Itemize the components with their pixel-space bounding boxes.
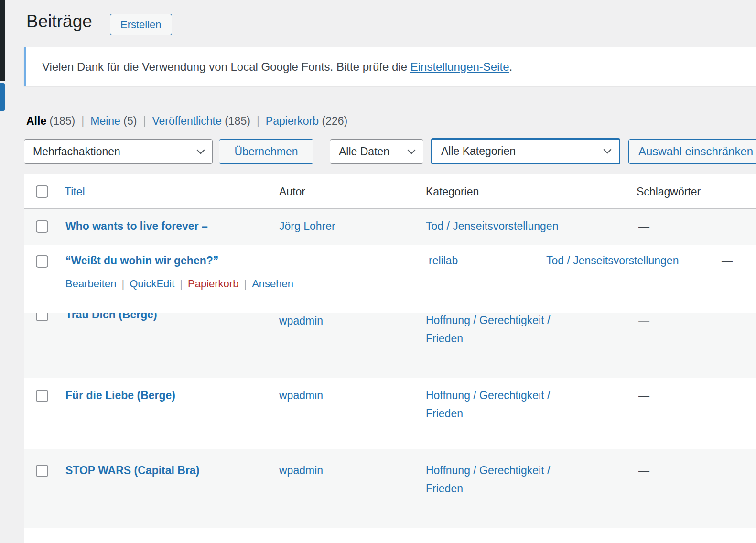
row-checkbox[interactable] xyxy=(36,255,48,268)
post-title-link[interactable]: Trau Dich (Berge) xyxy=(65,313,157,321)
categories-link[interactable]: Tod / Jenseitsvorstellungen xyxy=(546,254,679,267)
tags-value: — xyxy=(638,464,649,477)
categories-link[interactable]: Hoffnung / Gerechtigkeit / Frieden xyxy=(426,313,586,348)
chevron-down-icon xyxy=(604,146,612,154)
dates-filter-value: Alle Daten xyxy=(339,145,389,158)
row-actions: Bearbeiten | QuickEdit | Papierkorb | An… xyxy=(65,278,293,290)
row-checkbox[interactable] xyxy=(36,313,48,321)
post-title-link[interactable]: “Weißt du wohin wir gehen?” xyxy=(65,254,218,267)
view-filter-count: (185) xyxy=(225,115,250,127)
tags-value: — xyxy=(638,220,649,232)
admin-menu-active-indicator[interactable] xyxy=(0,83,5,111)
action-separator: | xyxy=(180,278,183,290)
tags-value: — xyxy=(638,389,649,402)
view-filter-label: Meine xyxy=(90,115,120,127)
table-row: “Weißt du wohin wir gehen?” Bearbeiten |… xyxy=(24,245,756,313)
apply-button[interactable]: Übernehmen xyxy=(219,139,313,164)
trash-action-link[interactable]: Papierkorb xyxy=(188,278,238,290)
view-filter-papierkorb[interactable]: Papierkorb (226) xyxy=(266,115,347,128)
action-separator: | xyxy=(244,278,247,290)
chevron-down-icon xyxy=(197,146,205,154)
post-title-link[interactable]: Who wants to live forever – xyxy=(65,220,208,232)
quickedit-action-link[interactable]: QuickEdit xyxy=(130,278,174,290)
tags-value: — xyxy=(722,254,733,267)
edit-action-link[interactable]: Bearbeiten xyxy=(65,278,116,290)
table-row: Who wants to live forever – Jörg Lohrer … xyxy=(24,209,756,245)
notice-banner: Vielen Dank für die Verwendung von Local… xyxy=(24,47,756,86)
bulk-actions-select[interactable]: Mehrfachaktionen xyxy=(24,139,213,164)
row-checkbox[interactable] xyxy=(36,220,48,233)
notice-text-suffix: . xyxy=(509,60,513,73)
view-separator: | xyxy=(257,115,259,128)
view-filter-count: (5) xyxy=(123,115,137,127)
categories-filter-value: Alle Kategorien xyxy=(441,145,516,158)
dates-filter-select[interactable]: Alle Daten xyxy=(330,139,423,164)
row-checkbox[interactable] xyxy=(36,465,48,477)
author-link[interactable]: wpadmin xyxy=(279,464,323,477)
author-link[interactable]: wpadmin xyxy=(279,389,323,402)
table-header-row: Titel Autor Kategorien Schlagwörter xyxy=(24,174,756,209)
view-filter-count: (226) xyxy=(322,115,347,127)
notice-text: Vielen Dank für die Verwendung von Local… xyxy=(26,60,512,74)
limit-selection-button[interactable]: Auswahl einschränken xyxy=(628,139,756,164)
tags-value: — xyxy=(638,315,649,327)
bulk-actions-value: Mehrfachaktionen xyxy=(33,145,120,158)
post-title-link[interactable]: STOP WARS (Capital Bra) xyxy=(65,464,199,477)
post-title-link[interactable]: Für die Liebe (Berge) xyxy=(65,389,175,402)
categories-link[interactable]: Tod / Jenseitsvorstellungen xyxy=(426,220,558,232)
view-action-link[interactable]: Ansehen xyxy=(252,278,293,290)
column-header-title[interactable]: Titel xyxy=(65,185,85,198)
view-filter-meine[interactable]: Meine (5) xyxy=(90,115,137,128)
categories-filter-select[interactable]: Alle Kategorien xyxy=(431,138,620,164)
view-separator: | xyxy=(81,115,84,128)
admin-menu-strip xyxy=(0,0,5,81)
table-footer xyxy=(24,528,756,543)
create-button[interactable]: Erstellen xyxy=(110,14,172,35)
action-separator: | xyxy=(121,278,124,290)
author-link[interactable]: wpadmin xyxy=(279,315,323,327)
select-all-checkbox[interactable] xyxy=(36,185,48,198)
view-filter-label: Alle xyxy=(26,115,46,127)
page-title: Beiträge xyxy=(26,11,92,33)
view-filter-count: (185) xyxy=(50,115,76,127)
column-header-author: Autor xyxy=(279,185,305,198)
view-separator: | xyxy=(143,115,146,128)
categories-link[interactable]: relilab xyxy=(429,254,458,267)
table-row: Für die Liebe (Berge) wpadmin Hoffnung /… xyxy=(24,378,756,449)
table-row: Trau Dich (Berge) wpadmin Hoffnung / Ger… xyxy=(24,313,756,378)
view-filters: Alle (185) | Meine (5) | Veröffentlichte… xyxy=(26,115,347,128)
categories-link[interactable]: Hoffnung / Gerechtigkeit / Frieden xyxy=(426,461,586,498)
chevron-down-icon xyxy=(408,146,416,154)
row-checkbox[interactable] xyxy=(36,390,48,402)
column-header-tags: Schlagwörter xyxy=(637,185,701,198)
author-link[interactable]: Jörg Lohrer xyxy=(279,220,335,232)
view-filter-label: Papierkorb xyxy=(266,115,319,127)
view-filter-alle[interactable]: Alle (185) xyxy=(26,115,75,128)
notice-text-before: Vielen Dank für die Verwendung von Local… xyxy=(42,60,410,73)
view-filter-veroeffentlichte[interactable]: Veröffentlichte (185) xyxy=(152,115,250,128)
view-filter-label: Veröffentlichte xyxy=(152,115,221,127)
posts-admin-screen: Beiträge Erstellen Vielen Dank für die V… xyxy=(0,0,756,543)
column-header-categories: Kategorien xyxy=(426,185,479,198)
table-row: STOP WARS (Capital Bra) wpadmin Hoffnung… xyxy=(24,449,756,528)
notice-settings-link[interactable]: Einstellungen-Seite xyxy=(410,60,509,73)
categories-link[interactable]: Hoffnung / Gerechtigkeit / Frieden xyxy=(426,386,586,423)
